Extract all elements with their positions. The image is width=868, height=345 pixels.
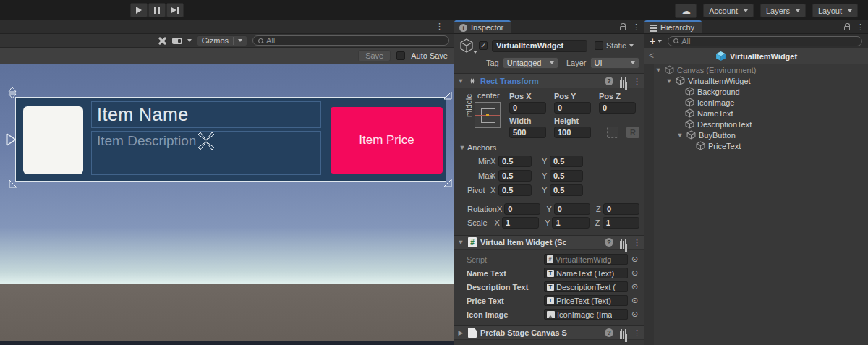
pos-z-field[interactable]: 0 [599, 102, 636, 114]
raw-edit-button[interactable]: R [626, 127, 639, 138]
scale-y-field[interactable]: 1 [552, 217, 589, 229]
hierarchy-search-input[interactable]: All [668, 36, 862, 46]
help-icon[interactable]: ? [605, 238, 613, 247]
anchor-min-y-field[interactable]: 0.5 [550, 156, 583, 167]
virtual-item-widget-preview[interactable]: Item Name Item Description Item Price [15, 97, 446, 182]
scale-z-field[interactable]: 1 [603, 217, 639, 229]
tree-row-buybutton[interactable]: ▼ BuyButton [644, 129, 868, 140]
layers-dropdown[interactable]: Layers [760, 4, 806, 17]
pivot-row: Pivot X 0.5 Y 0.5 [459, 183, 639, 197]
layout-dropdown[interactable]: Layout [812, 4, 858, 17]
icon-image-object-field[interactable]: IconImage (Ima [544, 309, 628, 320]
tag-dropdown[interactable]: Untagged [503, 57, 558, 69]
presets-icon[interactable] [619, 329, 627, 337]
description-text-object-field[interactable]: T DescriptionText ( [544, 281, 628, 292]
rotation-x-field[interactable]: 0 [504, 203, 540, 215]
presets-icon[interactable] [619, 77, 627, 85]
rotation-z-field[interactable]: 0 [603, 203, 639, 215]
help-icon[interactable]: ? [605, 328, 613, 337]
tree-row-pricetext[interactable]: PriceText [644, 140, 868, 151]
menu-icon[interactable]: ⋮ [633, 329, 641, 337]
active-checkbox[interactable]: ✓ [479, 41, 488, 50]
chevron-down-icon [238, 39, 242, 42]
gameobject-header: ✓ VirtualItemWidget Static Tag Untagged … [454, 34, 644, 74]
item-description-text: Item Description [97, 133, 196, 149]
script-object-field[interactable]: # VirtualItemWidg [544, 254, 628, 265]
pivot-x-field[interactable]: 0.5 [498, 184, 532, 196]
object-picker-icon[interactable]: ⊙ [630, 282, 639, 291]
pause-button[interactable] [148, 3, 166, 17]
prefab-title: VirtualItemWidget [730, 52, 797, 61]
scale-x-field[interactable]: 1 [502, 217, 539, 229]
object-picker-icon[interactable]: ⊙ [630, 268, 639, 278]
chevron-down-icon[interactable] [629, 44, 634, 47]
foldout-icon[interactable]: ▶ [457, 329, 464, 336]
presets-icon[interactable] [619, 239, 627, 247]
buy-button-preview[interactable]: Item Price [331, 107, 443, 174]
lock-icon[interactable] [620, 26, 626, 30]
pos-y-field[interactable]: 0 [554, 102, 591, 114]
menu-icon[interactable]: ⋮ [632, 23, 640, 31]
menu-icon[interactable]: ⋮ [633, 239, 641, 247]
width-field[interactable]: 500 [509, 127, 546, 138]
foldout-icon[interactable]: ▼ [457, 239, 464, 246]
create-button[interactable]: + [648, 35, 663, 47]
tree-row-descriptiontext[interactable]: DescriptionText [644, 119, 868, 129]
foldout-icon[interactable]: ▼ [457, 77, 464, 85]
foldout-icon[interactable]: ▼ [655, 67, 662, 74]
gameobject-name-field[interactable]: VirtualItemWidget [492, 40, 587, 52]
layer-dropdown[interactable]: UI [590, 57, 639, 69]
gizmos-dropdown[interactable]: Gizmos [197, 35, 247, 46]
help-icon[interactable]: ? [605, 77, 613, 85]
prefab-mode-header[interactable]: < VirtualItemWidget [644, 48, 868, 64]
object-picker-icon[interactable]: ⊙ [630, 296, 639, 305]
static-checkbox[interactable] [595, 41, 603, 50]
object-picker-icon[interactable]: ⊙ [630, 310, 639, 319]
cloud-services-button[interactable]: ☁ [675, 4, 697, 18]
visibility-gutter[interactable] [644, 64, 654, 345]
text-component-icon: T [547, 270, 554, 277]
blueprint-mode-button[interactable] [607, 127, 618, 138]
play-button[interactable] [130, 3, 148, 17]
step-button[interactable] [166, 3, 184, 17]
foldout-icon[interactable]: ▼ [665, 77, 673, 85]
camera-icon[interactable] [172, 38, 182, 44]
tab-inspector[interactable]: i Inspector [454, 20, 511, 33]
menu-icon[interactable]: ⋮ [856, 23, 864, 31]
height-field[interactable]: 100 [554, 127, 591, 138]
auto-save-checkbox[interactable] [396, 51, 405, 60]
object-picker-icon[interactable]: ⊙ [630, 255, 639, 264]
lock-icon[interactable] [844, 26, 850, 30]
anchors-foldout-icon[interactable]: ▼ [459, 144, 466, 151]
tree-row-background[interactable]: Background [644, 86, 868, 97]
tab-hierarchy[interactable]: Hierarchy [644, 20, 702, 33]
anchor-max-x-field[interactable]: 0.5 [498, 170, 532, 182]
anchor-preset-widget[interactable] [475, 102, 501, 128]
pivot-y-field[interactable]: 0.5 [550, 184, 583, 196]
menu-icon[interactable]: ⋮ [633, 77, 641, 85]
scene-search-input[interactable]: All [252, 35, 449, 46]
account-dropdown[interactable]: Account [703, 4, 754, 17]
anchor-max-y-field[interactable]: 0.5 [550, 170, 583, 182]
save-button[interactable]: Save [358, 50, 391, 61]
tree-row-nametext[interactable]: NameText [644, 108, 868, 119]
pos-x-field[interactable]: 0 [509, 102, 546, 114]
tree-row-iconimage[interactable]: IconImage [644, 97, 868, 108]
tree-row-canvas[interactable]: ▼ Canvas (Environment) [644, 64, 868, 75]
chevron-down-icon[interactable] [187, 39, 192, 42]
price-text-object-field[interactable]: T PriceText (Text) [544, 295, 628, 306]
customize-tools-icon[interactable] [158, 36, 167, 46]
name-text-object-field[interactable]: T NameText (Text) [544, 268, 628, 278]
scene-viewport[interactable]: Item Name Item Description Item Price [0, 64, 454, 345]
prefab-stage-canvas-header[interactable]: ▶ Prefab Stage Canvas S ? ⋮ [454, 325, 644, 340]
virtual-item-widget-header[interactable]: ▼ # Virtual Item Widget (Sc ? ⋮ [454, 235, 644, 250]
rect-transform-header[interactable]: ▼ Rect Transform ? ⋮ [454, 74, 644, 88]
foldout-icon[interactable]: ▼ [676, 132, 684, 139]
gameobject-cube-icon[interactable] [459, 38, 475, 54]
scene-menu-icon[interactable]: ⋮ [435, 22, 443, 30]
anchor-min-x-field[interactable]: 0.5 [498, 156, 532, 167]
tree-row-virtualitemwidget[interactable]: ▼ VirtualItemWidget [644, 75, 868, 86]
back-arrow-icon[interactable]: < [649, 51, 654, 61]
scale-row: Scale X 1 Y 1 Z 1 [459, 216, 639, 229]
rotation-y-field[interactable]: 0 [554, 203, 590, 215]
